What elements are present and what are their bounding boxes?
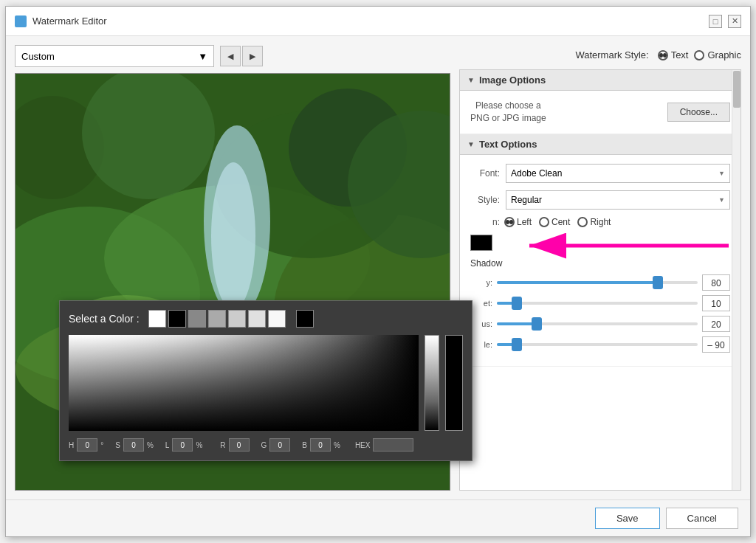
graphic-radio-label: Graphic xyxy=(707,49,741,60)
b-input[interactable] xyxy=(310,438,331,452)
offset-slider-thumb[interactable] xyxy=(512,297,522,310)
h-unit: ° xyxy=(100,441,103,449)
offset-slider-track[interactable] xyxy=(497,302,698,305)
preset-dropdown-arrow: ▼ xyxy=(198,51,207,62)
toolbar-row: Custom ▼ ◀ ▶ xyxy=(15,45,450,67)
color-main-area xyxy=(69,335,463,431)
swatch-white[interactable] xyxy=(148,310,166,328)
opacity-value: 80 xyxy=(702,274,730,291)
color-spectrum-bar[interactable] xyxy=(425,335,439,431)
align-row: n: Left Cent Right xyxy=(470,217,730,227)
right-panel: Watermark Style: Text Graphic ▼ xyxy=(459,45,741,491)
pink-arrow-annotation xyxy=(492,231,741,260)
g-input[interactable] xyxy=(269,438,290,452)
watermark-editor-dialog: Watermark Editor □ ✕ Custom ▼ ◀ ▶ xyxy=(5,6,751,537)
opacity-slider-thumb[interactable] xyxy=(653,276,663,289)
color-row xyxy=(470,235,730,251)
minimize-button[interactable]: □ xyxy=(709,15,722,28)
swatch-gray5[interactable] xyxy=(268,310,286,328)
opacity-slider-track[interactable] xyxy=(497,281,698,284)
angle-value: – 90 xyxy=(702,336,730,353)
s-input[interactable] xyxy=(123,438,144,452)
hex-input[interactable] xyxy=(373,438,413,452)
style-select[interactable]: Regular ▼ xyxy=(506,190,730,210)
radius-value: 20 xyxy=(702,316,730,332)
color-swatches xyxy=(148,310,314,328)
scrollbar-thumb[interactable] xyxy=(733,71,740,108)
swatch-black[interactable] xyxy=(168,310,186,328)
opacity-label: y: xyxy=(470,278,492,287)
scrollbar-track[interactable] xyxy=(732,70,740,490)
cancel-button[interactable]: Cancel xyxy=(666,508,738,529)
preset-dropdown-value: Custom xyxy=(21,51,55,62)
nav-prev-button[interactable]: ◀ xyxy=(220,46,241,66)
swatch-gray4[interactable] xyxy=(248,310,266,328)
text-radio-label: Text xyxy=(671,49,689,60)
left-panel: Custom ▼ ◀ ▶ xyxy=(15,45,450,491)
align-right-radio[interactable]: Right xyxy=(577,217,611,227)
color-picker-popup: Select a Color : xyxy=(59,300,472,461)
text-options-title: Text Options xyxy=(479,139,537,150)
b-unit: % xyxy=(334,441,340,449)
l-label: L xyxy=(165,441,170,449)
s-unit: % xyxy=(147,441,154,449)
image-options-header: ▼ Image Options xyxy=(460,70,740,91)
align-right-circle xyxy=(577,217,588,227)
watermark-style-radio-group: Text Graphic xyxy=(658,49,741,60)
shadow-title: Shadow xyxy=(470,258,730,269)
text-options-content: Font: Adobe Clean ▼ Style: Regular ▼ xyxy=(460,155,740,367)
font-row: Font: Adobe Clean ▼ xyxy=(470,164,730,183)
title-controls: □ ✕ xyxy=(709,15,741,28)
style-row: Style: Regular ▼ xyxy=(470,190,730,210)
align-left-radio[interactable]: Left xyxy=(504,217,535,227)
l-unit: % xyxy=(196,441,202,449)
graphic-radio[interactable]: Graphic xyxy=(694,49,741,60)
color-swatch-display[interactable] xyxy=(470,235,492,251)
radius-slider-thumb[interactable] xyxy=(532,317,542,331)
image-options-content: Please choose a PNG or JPG image Choose.… xyxy=(460,91,740,134)
radius-label: us: xyxy=(470,319,492,328)
image-options-row: Please choose a PNG or JPG image Choose.… xyxy=(470,100,730,125)
angle-slider-track[interactable] xyxy=(497,343,698,346)
options-panel: ▼ Image Options Please choose a PNG or J… xyxy=(459,69,741,491)
color-gradient-picker[interactable] xyxy=(69,335,419,431)
h-label: H xyxy=(69,441,74,449)
style-select-arrow: ▼ xyxy=(718,196,725,204)
offset-slider-row: et: 10 xyxy=(470,295,730,311)
offset-value: 10 xyxy=(702,295,730,311)
font-value: Adobe Clean xyxy=(511,168,562,179)
hex-label: HEX xyxy=(355,441,371,449)
nav-next-button[interactable]: ▶ xyxy=(242,46,263,66)
angle-label: le: xyxy=(470,340,492,349)
graphic-radio-circle xyxy=(694,50,704,60)
align-center-radio[interactable]: Cent xyxy=(539,217,573,227)
text-radio-circle xyxy=(658,50,668,60)
style-value: Regular xyxy=(511,195,542,205)
color-picker-header: Select a Color : xyxy=(69,310,463,328)
angle-slider-thumb[interactable] xyxy=(512,338,522,351)
swatch-gray1[interactable] xyxy=(188,310,206,328)
swatch-current[interactable] xyxy=(296,310,314,328)
swatch-gray3[interactable] xyxy=(228,310,246,328)
close-button[interactable]: ✕ xyxy=(728,15,741,28)
l-input[interactable] xyxy=(172,438,193,452)
g-label: G xyxy=(261,441,267,449)
choose-image-button[interactable]: Choose... xyxy=(667,103,730,122)
font-select[interactable]: Adobe Clean ▼ xyxy=(506,164,730,183)
h-input[interactable] xyxy=(77,438,97,452)
nav-buttons: ◀ ▶ xyxy=(220,46,263,66)
text-radio[interactable]: Text xyxy=(658,49,689,60)
save-button[interactable]: Save xyxy=(595,508,660,529)
style-label: Style: xyxy=(470,195,500,205)
image-options-title: Image Options xyxy=(479,75,546,86)
offset-label: et: xyxy=(470,299,492,308)
opacity-slider-row: y: 80 xyxy=(470,274,730,291)
align-label: n: xyxy=(470,217,500,227)
swatch-gray2[interactable] xyxy=(208,310,226,328)
text-options-triangle: ▼ xyxy=(467,140,475,148)
title-bar-left: Watermark Editor xyxy=(15,15,107,27)
r-input[interactable] xyxy=(229,438,250,452)
radius-slider-track[interactable] xyxy=(497,322,698,325)
image-options-triangle: ▼ xyxy=(467,76,475,84)
preset-dropdown[interactable]: Custom ▼ xyxy=(15,45,214,67)
